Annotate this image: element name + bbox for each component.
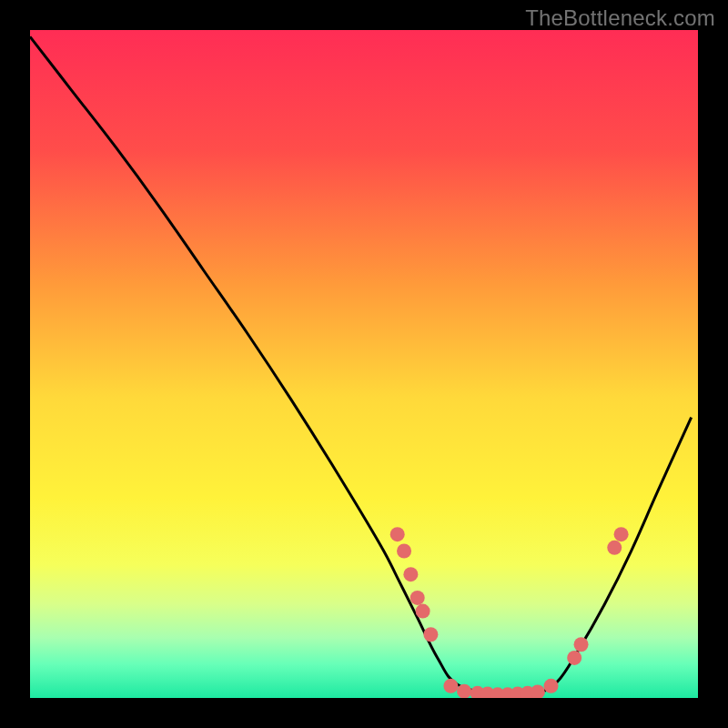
marker-dot [397,544,411,559]
chart-frame: TheBottleneck.com [0,0,728,728]
marker-dot [457,684,471,699]
plot-background [30,30,698,698]
marker-dot [390,527,405,541]
marker-dot [443,679,458,693]
marker-dot [574,637,589,652]
marker-dot [544,679,559,693]
marker-dot [607,541,622,555]
marker-dot [410,591,425,605]
marker-dot [403,567,418,581]
marker-dot [531,684,545,699]
marker-dot [567,651,581,665]
chart-svg [0,0,728,728]
marker-dot [614,527,629,541]
marker-dot [416,604,430,619]
marker-dot [423,627,438,642]
